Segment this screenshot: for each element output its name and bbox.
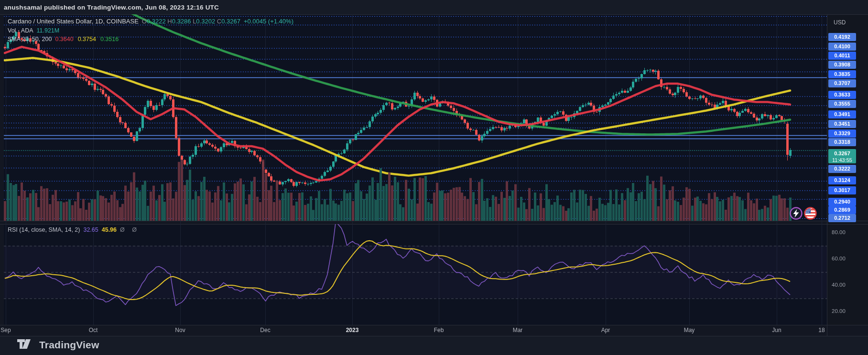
sma-values: 0.36400.37540.3516 xyxy=(55,36,123,43)
time-axis-label: Mar xyxy=(513,327,523,333)
bar-countdown: 11:43:55 xyxy=(828,157,856,163)
price-level-label[interactable]: 0.3491 xyxy=(828,110,856,118)
price-level-label[interactable]: 0.3908 xyxy=(828,61,856,69)
price-level-label[interactable]: 0.2940 xyxy=(828,198,856,206)
time-axis-label: Feb xyxy=(434,327,444,333)
volume-label: Vol · ADA xyxy=(8,27,33,34)
price-level-label[interactable]: 0.3124 xyxy=(828,176,856,184)
symbol-legend-row[interactable]: Cardano / United States Dollar, 1D, COIN… xyxy=(8,18,293,25)
rsi-axis-label: 20.00 xyxy=(832,308,846,314)
ohlc-letter: H xyxy=(167,18,172,25)
price-level-label[interactable]: 0.4011 xyxy=(828,52,856,60)
rsi-legend-row[interactable]: RSI (14, close, SMA, 14, 2) 32.65 45.96 … xyxy=(8,226,140,233)
price-axis-currency[interactable]: USD xyxy=(834,19,846,26)
current-price-value: 0.3267 xyxy=(828,150,856,157)
time-axis-label: Oct xyxy=(89,327,98,333)
change-value: +0.0045 (+1.40%) xyxy=(244,18,293,25)
volume-value: 11.921M xyxy=(37,27,60,34)
sma-value: 0.3516 xyxy=(100,36,119,43)
price-level-label[interactable]: 0.3555 xyxy=(828,100,856,108)
price-level-label[interactable]: 0.3633 xyxy=(828,91,856,99)
price-level-label[interactable]: 0.3222 xyxy=(828,165,856,173)
us-flag-icon xyxy=(804,207,817,220)
time-axis-label: Jun xyxy=(772,327,781,333)
ohlc-value: 0.3202 xyxy=(196,18,217,25)
sma-legend-row[interactable]: SMA 20, 50, 200 0.36400.37540.3516 xyxy=(8,36,123,43)
rsi-axis-label: 60.00 xyxy=(832,256,846,261)
rsi-axis-label: 80.00 xyxy=(832,229,846,235)
attribution-text: anushsamal published on TradingView.com,… xyxy=(4,3,219,12)
rsi-axis-label: 40.00 xyxy=(832,282,846,288)
price-level-label[interactable]: 0.4192 xyxy=(828,33,856,41)
price-level-label[interactable]: 0.3318 xyxy=(828,138,856,146)
price-level-label[interactable]: 0.2869 xyxy=(828,206,856,214)
tradingview-brand-text: TradingView xyxy=(39,339,99,351)
price-level-label[interactable]: 0.4100 xyxy=(828,43,856,51)
time-axis-label: Apr xyxy=(601,327,610,333)
ohlc-letter: O xyxy=(142,18,147,25)
rsi-label: RSI (14, close, SMA, 14, 2) xyxy=(8,226,80,233)
rsi-value: 32.65 xyxy=(83,226,98,233)
current-price-label[interactable]: 0.326711:43:55 xyxy=(828,149,856,163)
price-level-label[interactable]: 0.3017 xyxy=(828,186,856,194)
time-axis-label: Nov xyxy=(175,327,185,333)
time-axis-label: Dec xyxy=(260,327,270,333)
ohlc-letter: C xyxy=(217,18,221,25)
price-level-label[interactable]: 0.3707 xyxy=(828,79,856,87)
ohlc-value: 0.3267 xyxy=(221,18,240,25)
price-level-label[interactable]: 0.3329 xyxy=(828,129,856,138)
price-level-label[interactable]: 0.2712 xyxy=(828,214,856,222)
sma-label: SMA 20, 50, 200 xyxy=(8,36,52,43)
ohlc-value: 0.3286 xyxy=(172,18,193,25)
tradingview-published-chart: anushsamal published on TradingView.com,… xyxy=(0,0,868,355)
time-axis-label: Sep xyxy=(0,327,11,333)
rsi-empty-values: Ø Ø xyxy=(120,226,140,233)
price-level-label[interactable]: 0.3451 xyxy=(828,120,856,128)
tradingview-logo-icon xyxy=(17,339,34,351)
time-axis-label: 2023 xyxy=(346,327,359,333)
sma-value: 0.3754 xyxy=(78,36,96,43)
volume-legend-row[interactable]: Vol · ADA 11.921M xyxy=(8,27,59,34)
tradingview-brand[interactable]: TradingView xyxy=(17,339,99,351)
ohlc-value: 0.3222 xyxy=(147,18,167,25)
ohlc-values: O0.3222 H0.3286 L0.3202 C0.3267 xyxy=(142,18,240,25)
rsi-sma-value: 45.96 xyxy=(102,226,117,233)
symbol-title: Cardano / United States Dollar, 1D, COIN… xyxy=(8,18,139,25)
time-axis-label: May xyxy=(684,327,695,333)
sma-value: 0.3640 xyxy=(55,36,73,43)
price-level-label[interactable]: 0.3835 xyxy=(828,70,856,78)
time-axis-label: 18 xyxy=(818,327,825,333)
chart-canvas[interactable] xyxy=(0,0,868,355)
lightning-icon xyxy=(790,207,803,220)
